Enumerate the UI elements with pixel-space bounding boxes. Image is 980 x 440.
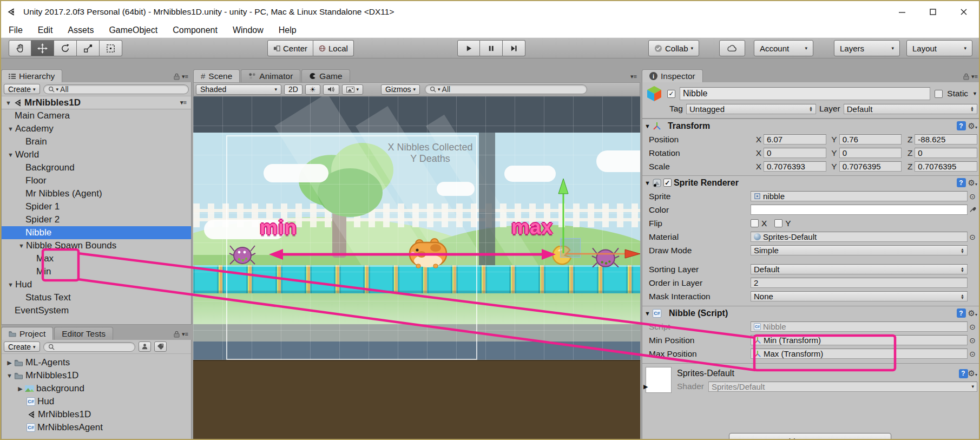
project-item-mrnibbles1d-scene[interactable]: MrNibbles1D	[2, 408, 191, 421]
help-icon[interactable]: ?	[957, 178, 966, 187]
scene-viewport[interactable]: X Nibbles CollectedY Deaths min max	[193, 96, 640, 440]
panel-menu-icon[interactable]: ▾≡	[630, 73, 637, 80]
hierarchy-item-brain[interactable]: Brain	[2, 135, 191, 148]
step-button[interactable]	[503, 40, 525, 56]
active-checkbox[interactable]: ✓	[667, 90, 675, 98]
name-field[interactable]: Nibble	[680, 87, 930, 100]
expander-icon[interactable]: ▼	[644, 123, 650, 129]
scale-y-field[interactable]: 0.7076395	[839, 161, 902, 172]
project-item-mrnibblesagent-script[interactable]: C# MrNibblesAgent	[2, 421, 191, 434]
move-tool-button[interactable]	[31, 40, 54, 56]
project-item-background[interactable]: ▶ background	[2, 382, 191, 395]
expander-icon[interactable]: ▶	[16, 385, 25, 392]
static-checkbox[interactable]	[935, 90, 943, 98]
gear-icon[interactable]: ⚙▾	[968, 308, 977, 318]
panel-menu-icon[interactable]: ▾≡	[182, 331, 188, 338]
shading-mode-dropdown[interactable]: Shaded▾	[196, 84, 281, 95]
add-component-button[interactable]: Add Component	[729, 433, 891, 440]
gear-icon[interactable]: ⚙▾	[968, 178, 977, 188]
move-gizmo-y-arrow[interactable]	[557, 178, 570, 254]
scene-menu-icon[interactable]: ▾≡	[180, 99, 187, 106]
collab-button[interactable]: Collab▾	[648, 40, 699, 56]
expander-icon[interactable]: ▼	[644, 180, 650, 186]
help-icon[interactable]: ?	[959, 369, 968, 378]
layers-dropdown[interactable]: Layers▾	[834, 40, 900, 56]
sprite-object-field[interactable]: nibble	[751, 191, 968, 201]
close-button[interactable]	[948, 1, 979, 23]
hierarchy-item-main-camera[interactable]: Main Camera	[2, 109, 191, 122]
play-button[interactable]	[457, 40, 480, 56]
maximize-button[interactable]	[917, 1, 948, 23]
component-enabled-checkbox[interactable]: ✓	[663, 179, 672, 187]
tab-inspector[interactable]: i Inspector	[642, 69, 703, 82]
tab-scene[interactable]: # Scene	[193, 69, 240, 82]
hierarchy-item-hud[interactable]: ▼Hud	[2, 278, 191, 291]
rotation-x-field[interactable]: 0	[764, 148, 826, 158]
lock-icon[interactable]	[963, 73, 969, 80]
hierarchy-item-nibble-spawn-bounds[interactable]: ▼Nibble Spawn Bounds	[2, 239, 191, 252]
transform-header[interactable]: ▼ Transform ? ⚙▾	[642, 119, 980, 133]
menu-assets[interactable]: Assets	[60, 25, 101, 35]
expander-icon[interactable]: ▼	[5, 372, 14, 379]
hierarchy-item-min[interactable]: Min	[2, 265, 191, 278]
object-picker-icon[interactable]: ⊙	[968, 192, 977, 201]
material-object-field[interactable]: Sprites-Default	[751, 232, 968, 242]
tab-editor-tests[interactable]: Editor Tests	[54, 327, 113, 340]
expander-icon[interactable]: ▶	[5, 359, 14, 366]
color-swatch[interactable]	[751, 205, 968, 215]
tab-project[interactable]: Project	[1, 327, 53, 340]
lock-icon[interactable]	[174, 73, 180, 80]
flip-y-checkbox[interactable]	[774, 219, 782, 227]
gear-icon[interactable]: ⚙▾	[968, 121, 977, 131]
space-toggle-button[interactable]: Local	[313, 40, 354, 56]
hierarchy-item-nibble-selected[interactable]: Nibble	[2, 226, 191, 239]
rect-tool-button[interactable]	[100, 40, 122, 56]
project-create-button[interactable]: Create▾	[4, 342, 40, 352]
expander-icon[interactable]: ▼	[6, 281, 15, 288]
hierarchy-item-max[interactable]: Max	[2, 252, 191, 265]
expander-icon[interactable]: ▶	[643, 383, 648, 390]
hierarchy-item-floor[interactable]: Floor	[2, 174, 191, 187]
hierarchy-item-status-text[interactable]: Status Text	[2, 291, 191, 304]
panel-menu-icon[interactable]: ▾≡	[182, 73, 188, 80]
hierarchy-scene-root[interactable]: ▼ MrNibbles1D ▾≡	[2, 96, 191, 109]
eyedropper-icon[interactable]	[968, 206, 977, 214]
spider-1-sprite[interactable]	[229, 241, 256, 268]
move-gizmo-x-arrow[interactable]	[565, 248, 640, 260]
hierarchy-item-background[interactable]: Background	[2, 161, 191, 174]
expander-icon[interactable]: ▼	[4, 100, 13, 106]
audio-toggle-button[interactable]	[323, 84, 339, 95]
scene-search-input[interactable]: ▾ All	[425, 84, 587, 94]
flip-x-checkbox[interactable]	[751, 219, 759, 227]
expander-icon[interactable]: ▼	[6, 126, 15, 132]
tab-hierarchy[interactable]: Hierarchy	[1, 69, 62, 82]
lighting-toggle-button[interactable]: ☀	[305, 84, 320, 95]
layout-dropdown[interactable]: Layout▾	[906, 40, 972, 56]
order-in-layer-field[interactable]: 2	[751, 278, 968, 288]
pivot-toggle-button[interactable]: Center	[267, 40, 313, 56]
min-position-object-field[interactable]: Min (Transform)	[751, 335, 968, 345]
menu-edit[interactable]: Edit	[30, 25, 61, 35]
mask-interaction-dropdown[interactable]: None ▲▼	[751, 291, 968, 301]
tab-game[interactable]: Game	[301, 69, 350, 82]
shader-dropdown[interactable]: Sprites/Default ▾	[708, 382, 977, 392]
position-x-field[interactable]: 6.07	[764, 134, 826, 145]
help-icon[interactable]: ?	[957, 308, 966, 318]
scale-z-field[interactable]: 0.7076395	[915, 161, 977, 172]
minimize-button[interactable]	[886, 1, 917, 23]
search-by-type-button[interactable]	[139, 342, 151, 352]
help-icon[interactable]: ?	[957, 121, 966, 130]
hierarchy-item-spider-2[interactable]: Spider 2	[2, 213, 191, 226]
tab-animator[interactable]: Animator	[241, 69, 300, 82]
rotate-tool-button[interactable]	[54, 40, 77, 56]
expander-icon[interactable]: ▼	[17, 242, 26, 249]
expander-icon[interactable]: ▼	[6, 152, 15, 158]
expander-icon[interactable]: ▼	[644, 310, 650, 317]
layer-dropdown[interactable]: Default ▲▼	[844, 104, 977, 114]
hand-tool-button[interactable]	[9, 40, 31, 56]
hierarchy-item-world[interactable]: ▼World	[2, 148, 191, 161]
sorting-layer-dropdown[interactable]: Default ▲▼	[751, 264, 968, 274]
hierarchy-create-button[interactable]: Create▾	[4, 84, 40, 94]
object-picker-icon[interactable]: ⊙	[968, 233, 977, 241]
object-picker-icon[interactable]: ⊙	[968, 350, 977, 358]
